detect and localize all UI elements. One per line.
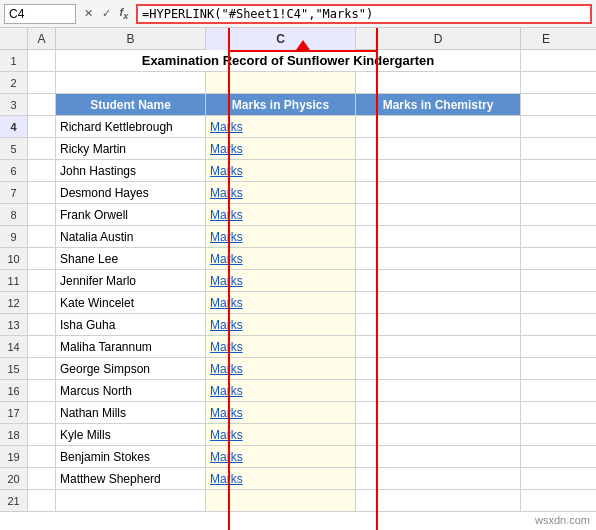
cell-d14[interactable] — [356, 336, 521, 357]
cell-c21[interactable] — [206, 490, 356, 511]
hyperlink-c18[interactable]: Marks — [210, 428, 243, 442]
cell-b4[interactable]: Richard Kettlebrough — [56, 116, 206, 137]
formula-input[interactable]: =HYPERLINK("#Sheet1!C4","Marks") — [136, 4, 592, 24]
cell-b18[interactable]: Kyle Mills — [56, 424, 206, 445]
cell-b12[interactable]: Kate Wincelet — [56, 292, 206, 313]
cell-d15[interactable] — [356, 358, 521, 379]
cell-d5[interactable] — [356, 138, 521, 159]
cell-d4[interactable] — [356, 116, 521, 137]
cell-a10[interactable] — [28, 248, 56, 269]
hyperlink-c12[interactable]: Marks — [210, 296, 243, 310]
cell-d18[interactable] — [356, 424, 521, 445]
cell-a3[interactable] — [28, 94, 56, 115]
hyperlink-c13[interactable]: Marks — [210, 318, 243, 332]
cell-b19[interactable]: Benjamin Stokes — [56, 446, 206, 467]
cell-c5[interactable]: Marks — [206, 138, 356, 159]
cell-c8[interactable]: Marks — [206, 204, 356, 225]
cell-a21[interactable] — [28, 490, 56, 511]
cell-c14[interactable]: Marks — [206, 336, 356, 357]
confirm-icon[interactable]: ✓ — [98, 7, 114, 20]
cell-a20[interactable] — [28, 468, 56, 489]
cell-b2[interactable] — [56, 72, 206, 93]
hyperlink-c15[interactable]: Marks — [210, 362, 243, 376]
cell-a2[interactable] — [28, 72, 56, 93]
cell-a19[interactable] — [28, 446, 56, 467]
cell-d2[interactable] — [356, 72, 521, 93]
cell-c4[interactable]: Marks — [206, 116, 356, 137]
cell-d10[interactable] — [356, 248, 521, 269]
hyperlink-c9[interactable]: Marks — [210, 230, 243, 244]
cell-b14[interactable]: Maliha Tarannum — [56, 336, 206, 357]
cell-a1[interactable] — [28, 50, 56, 71]
hyperlink-c10[interactable]: Marks — [210, 252, 243, 266]
cell-d17[interactable] — [356, 402, 521, 423]
cell-c19[interactable]: Marks — [206, 446, 356, 467]
cell-a16[interactable] — [28, 380, 56, 401]
cell-a15[interactable] — [28, 358, 56, 379]
cell-b17[interactable]: Nathan Mills — [56, 402, 206, 423]
cell-d12[interactable] — [356, 292, 521, 313]
cell-c13[interactable]: Marks — [206, 314, 356, 335]
hyperlink-c14[interactable]: Marks — [210, 340, 243, 354]
hyperlink-c11[interactable]: Marks — [210, 274, 243, 288]
cell-c10[interactable]: Marks — [206, 248, 356, 269]
cell-b9[interactable]: Natalia Austin — [56, 226, 206, 247]
cell-c11[interactable]: Marks — [206, 270, 356, 291]
cell-a11[interactable] — [28, 270, 56, 291]
hyperlink-c17[interactable]: Marks — [210, 406, 243, 420]
cell-d21[interactable] — [356, 490, 521, 511]
cell-c7[interactable]: Marks — [206, 182, 356, 203]
cell-b20[interactable]: Matthew Shepherd — [56, 468, 206, 489]
cell-b21[interactable] — [56, 490, 206, 511]
cell-c12[interactable]: Marks — [206, 292, 356, 313]
cell-b8[interactable]: Frank Orwell — [56, 204, 206, 225]
cell-c16[interactable]: Marks — [206, 380, 356, 401]
hyperlink-c6[interactable]: Marks — [210, 164, 243, 178]
cell-a8[interactable] — [28, 204, 56, 225]
hyperlink-c16[interactable]: Marks — [210, 384, 243, 398]
cell-c18[interactable]: Marks — [206, 424, 356, 445]
cell-a4[interactable] — [28, 116, 56, 137]
cell-a14[interactable] — [28, 336, 56, 357]
cell-d19[interactable] — [356, 446, 521, 467]
cell-a7[interactable] — [28, 182, 56, 203]
cell-d16[interactable] — [356, 380, 521, 401]
cell-a6[interactable] — [28, 160, 56, 181]
hyperlink-c20[interactable]: Marks — [210, 472, 243, 486]
function-icon[interactable]: fx — [116, 6, 132, 21]
cancel-icon[interactable]: ✕ — [80, 7, 96, 20]
hyperlink-c5[interactable]: Marks — [210, 142, 243, 156]
cell-a17[interactable] — [28, 402, 56, 423]
cell-a5[interactable] — [28, 138, 56, 159]
cell-d20[interactable] — [356, 468, 521, 489]
hyperlink-c7[interactable]: Marks — [210, 186, 243, 200]
cell-c17[interactable]: Marks — [206, 402, 356, 423]
cell-d7[interactable] — [356, 182, 521, 203]
cell-c20[interactable]: Marks — [206, 468, 356, 489]
cell-c6[interactable]: Marks — [206, 160, 356, 181]
cell-d13[interactable] — [356, 314, 521, 335]
cell-reference-box[interactable]: C4 — [4, 4, 76, 24]
cell-d9[interactable] — [356, 226, 521, 247]
cell-c9[interactable]: Marks — [206, 226, 356, 247]
cell-b5[interactable]: Ricky Martin — [56, 138, 206, 159]
cell-d11[interactable] — [356, 270, 521, 291]
cell-a12[interactable] — [28, 292, 56, 313]
cell-c15[interactable]: Marks — [206, 358, 356, 379]
hyperlink-c4[interactable]: Marks — [210, 120, 243, 134]
cell-b15[interactable]: George Simpson — [56, 358, 206, 379]
cell-b10[interactable]: Shane Lee — [56, 248, 206, 269]
cell-c2[interactable] — [206, 72, 356, 93]
cell-d6[interactable] — [356, 160, 521, 181]
cell-d8[interactable] — [356, 204, 521, 225]
cell-a13[interactable] — [28, 314, 56, 335]
cell-b6[interactable]: John Hastings — [56, 160, 206, 181]
hyperlink-c8[interactable]: Marks — [210, 208, 243, 222]
cell-a18[interactable] — [28, 424, 56, 445]
hyperlink-c19[interactable]: Marks — [210, 450, 243, 464]
cell-b13[interactable]: Isha Guha — [56, 314, 206, 335]
cell-b7[interactable]: Desmond Hayes — [56, 182, 206, 203]
cell-b11[interactable]: Jennifer Marlo — [56, 270, 206, 291]
cell-a9[interactable] — [28, 226, 56, 247]
cell-b16[interactable]: Marcus North — [56, 380, 206, 401]
